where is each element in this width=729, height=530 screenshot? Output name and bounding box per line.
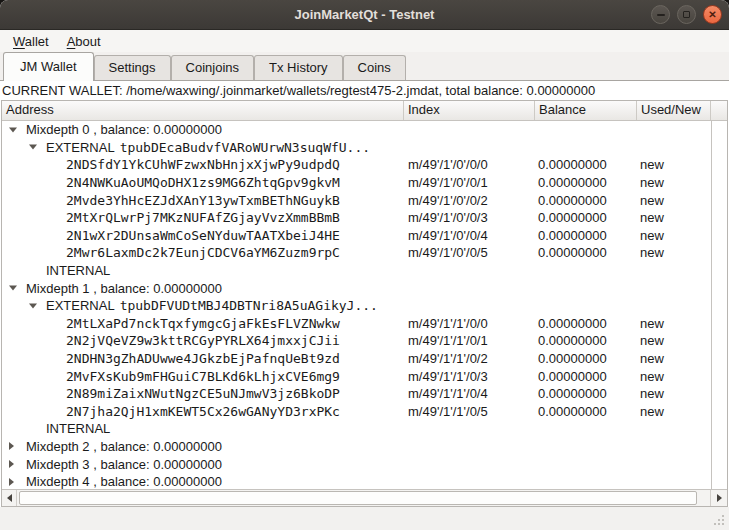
- balance-cell: 0.00000000: [535, 157, 637, 172]
- address-label: Mixdepth 1 , balance: 0.00000000: [26, 281, 222, 296]
- tree-row-address[interactable]: 2N4NWKuAoUMQoDHX1zs9MG6ZhtqGpv9gkvM m/49…: [2, 174, 711, 192]
- scrollbar-handle[interactable]: [19, 491, 697, 505]
- address-label: 2MvFXsKub9mFHGuiC7BLKd6kLhjxCVE6mg9: [66, 369, 340, 384]
- scroll-left-button[interactable]: [2, 490, 17, 506]
- address-cell: 2N89miZaixNWutNgzCE5uNJmwV3jz6BkoDP: [2, 385, 404, 403]
- menu-item-about[interactable]: About: [58, 32, 110, 51]
- tree-row-address[interactable]: 2N1wXr2DUnsaWmCoSeNYduwTAATXbeiJ4HE m/49…: [2, 227, 711, 245]
- tree-row-mixdepth[interactable]: Mixdepth 0 , balance: 0.00000000: [2, 121, 711, 139]
- used-new-cell: new: [637, 369, 711, 384]
- tree-row-address[interactable]: 2Mvde3YhHcEZJdXAnY13ywTxmBEThNGuykB m/49…: [2, 191, 711, 209]
- used-new-cell: new: [637, 404, 711, 419]
- tree-row-branch[interactable]: EXTERNAL tpubDFVUDtMBJ4DBTNri8A5uAGikyJ.…: [2, 297, 711, 315]
- resize-grip[interactable]: [713, 514, 725, 526]
- expander-icon[interactable]: [9, 460, 14, 468]
- header-address[interactable]: Address: [2, 101, 404, 120]
- expander-icon[interactable]: [9, 478, 14, 486]
- tree-row-address[interactable]: 2N2jVQeVZ9w3kttRCGyPYRLX64jmxxjCJii m/49…: [2, 332, 711, 350]
- address-label: INTERNAL: [46, 263, 110, 278]
- index-cell: m/49'/1'/1'/0/2: [404, 351, 535, 366]
- tree-row-mixdepth[interactable]: Mixdepth 1 , balance: 0.00000000: [2, 279, 711, 297]
- address-cell: Mixdepth 1 , balance: 0.00000000: [2, 279, 404, 297]
- header-balance[interactable]: Balance: [535, 101, 637, 120]
- minimize-button[interactable]: [651, 5, 670, 24]
- used-new-cell: new: [637, 193, 711, 208]
- wallet-tree: Address Index Balance Used/New Mixdepth …: [1, 100, 728, 507]
- expander-icon[interactable]: [9, 127, 17, 132]
- tree-row-mixdepth[interactable]: Mixdepth 3 , balance: 0.00000000: [2, 455, 711, 473]
- minimize-icon: [657, 14, 665, 16]
- header-filler: [711, 101, 727, 120]
- tab-settings[interactable]: Settings: [94, 55, 171, 80]
- address-cell: 2Mwr6LaxmDc2k7EunjCDCV6aYM6Zuzm9rpC: [2, 244, 404, 262]
- scroll-right-button[interactable]: [710, 490, 727, 506]
- tree-row-branch[interactable]: EXTERNAL tpubDEcaBudvfVARoWUrwN3suqWfU..…: [2, 139, 711, 157]
- expander-icon[interactable]: [9, 286, 17, 291]
- tree-row-address[interactable]: 2NDSfdY1YkCUhWFzwxNbHnjxXjwPy9udpdQ m/49…: [2, 156, 711, 174]
- address-cell: 2N4NWKuAoUMQoDHX1zs9MG6ZhtqGpv9gkvM: [2, 174, 404, 192]
- address-cell: EXTERNAL tpubDFVUDtMBJ4DBTNri8A5uAGikyJ.…: [2, 297, 404, 315]
- tree-row-mixdepth[interactable]: Mixdepth 4 , balance: 0.00000000: [2, 473, 711, 489]
- address-label: Mixdepth 3 , balance: 0.00000000: [26, 457, 222, 472]
- header-used-new[interactable]: Used/New: [637, 101, 711, 120]
- tab-coinjoins[interactable]: Coinjoins: [171, 55, 254, 80]
- balance-cell: 0.00000000: [535, 351, 637, 366]
- index-cell: m/49'/1'/1'/0/3: [404, 369, 535, 384]
- address-detail: tpubDFVUDtMBJ4DBTNri8A5uAGikyJ...: [120, 298, 378, 313]
- address-label: Mixdepth 2 , balance: 0.00000000: [26, 439, 222, 454]
- balance-cell: 0.00000000: [535, 316, 637, 331]
- window-controls: ✕: [651, 0, 722, 29]
- expander-icon[interactable]: [29, 145, 37, 150]
- used-new-cell: new: [637, 386, 711, 401]
- close-icon: ✕: [708, 9, 716, 19]
- index-cell: m/49'/1'/0'/0/0: [404, 157, 535, 172]
- header-index[interactable]: Index: [404, 101, 535, 120]
- expander-icon[interactable]: [29, 303, 37, 308]
- balance-cell: 0.00000000: [535, 210, 637, 225]
- address-label: Mixdepth 0 , balance: 0.00000000: [26, 122, 222, 137]
- tree-row-address[interactable]: 2MtXrQLwrPj7MKzNUFAfZGjayVvzXmmBBmB m/49…: [2, 209, 711, 227]
- maximize-icon: [683, 11, 690, 18]
- address-cell: 2NDHN3gZhADUwwe4JGkzbEjPafnqUeBt9zd: [2, 350, 404, 368]
- vertical-scrollbar-gutter: [711, 121, 727, 489]
- address-detail: tpubDEcaBudvfVARoWUrwN3suqWfU...: [120, 140, 370, 155]
- balance-cell: 0.00000000: [535, 333, 637, 348]
- address-cell: EXTERNAL tpubDEcaBudvfVARoWUrwN3suqWfU..…: [2, 139, 404, 157]
- tab-jm-wallet[interactable]: JM Wallet: [3, 52, 94, 81]
- address-cell: 2N1wXr2DUnsaWmCoSeNYduwTAATXbeiJ4HE: [2, 227, 404, 245]
- address-label: INTERNAL: [46, 421, 110, 436]
- address-cell: Mixdepth 2 , balance: 0.00000000: [2, 438, 404, 456]
- address-cell: Mixdepth 0 , balance: 0.00000000: [2, 121, 404, 139]
- used-new-cell: new: [637, 333, 711, 348]
- titlebar[interactable]: JoinMarketQt - Testnet ✕: [0, 0, 729, 30]
- tree-row-address[interactable]: 2NDHN3gZhADUwwe4JGkzbEjPafnqUeBt9zd m/49…: [2, 350, 711, 368]
- tab-tx-history[interactable]: Tx History: [254, 55, 343, 80]
- address-cell: 2MtLXaPd7nckTqxfymgcGjaFkEsFLVZNwkw: [2, 315, 404, 333]
- index-cell: m/49'/1'/0'/0/5: [404, 245, 535, 260]
- address-label: 2NDHN3gZhADUwwe4JGkzbEjPafnqUeBt9zd: [66, 351, 340, 366]
- window-title: JoinMarketQt - Testnet: [295, 7, 435, 22]
- tree-row-address[interactable]: 2N7jha2QjH1xmKEWT5Cx26wGANyYD3rxPKc m/49…: [2, 403, 711, 421]
- balance-cell: 0.00000000: [535, 245, 637, 260]
- address-cell: 2MvFXsKub9mFHGuiC7BLKd6kLhjxCVE6mg9: [2, 367, 404, 385]
- menu-item-wallet[interactable]: Wallet: [4, 32, 58, 51]
- close-button[interactable]: ✕: [703, 5, 722, 24]
- tree-header: Address Index Balance Used/New: [2, 101, 727, 121]
- menubar: Wallet About: [0, 30, 729, 52]
- tree-row-branch[interactable]: INTERNAL: [2, 262, 711, 280]
- tree-row-address[interactable]: 2Mwr6LaxmDc2k7EunjCDCV6aYM6Zuzm9rpC m/49…: [2, 244, 711, 262]
- balance-cell: 0.00000000: [535, 369, 637, 384]
- tree-row-address[interactable]: 2N89miZaixNWutNgzCE5uNJmwV3jz6BkoDP m/49…: [2, 385, 711, 403]
- scroll-left-icon: [7, 494, 12, 502]
- tree-row-branch[interactable]: INTERNAL: [2, 420, 711, 438]
- tree-row-address[interactable]: 2MvFXsKub9mFHGuiC7BLKd6kLhjxCVE6mg9 m/49…: [2, 367, 711, 385]
- address-cell: 2MtXrQLwrPj7MKzNUFAfZGjayVvzXmmBBmB: [2, 209, 404, 227]
- balance-cell: 0.00000000: [535, 193, 637, 208]
- tab-coins[interactable]: Coins: [343, 55, 406, 80]
- horizontal-scrollbar[interactable]: [2, 489, 727, 506]
- expander-icon[interactable]: [9, 442, 14, 450]
- address-label: 2N4NWKuAoUMQoDHX1zs9MG6ZhtqGpv9gkvM: [66, 175, 340, 190]
- maximize-button[interactable]: [677, 5, 696, 24]
- tree-row-address[interactable]: 2MtLXaPd7nckTqxfymgcGjaFkEsFLVZNwkw m/49…: [2, 315, 711, 333]
- tree-row-mixdepth[interactable]: Mixdepth 2 , balance: 0.00000000: [2, 438, 711, 456]
